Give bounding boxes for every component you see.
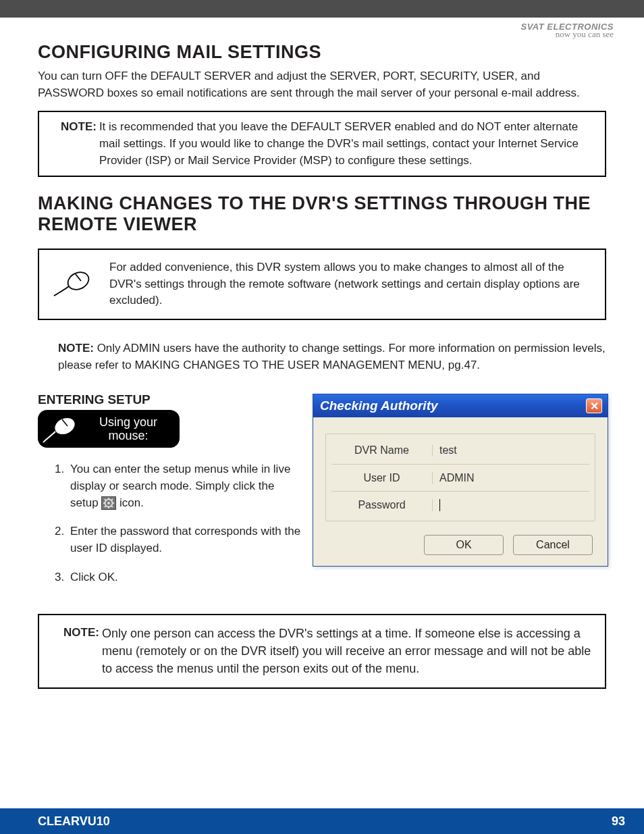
top-bar xyxy=(0,0,644,18)
svg-point-13 xyxy=(107,502,110,504)
value-dvr-name[interactable]: test xyxy=(433,444,589,457)
label-dvr-name: DVR Name xyxy=(331,444,433,457)
dialog-title-text: Checking Authority xyxy=(320,398,438,413)
note-label: NOTE: xyxy=(51,625,102,677)
steps-list: You can enter the setup menus while in l… xyxy=(38,461,304,585)
close-button[interactable]: ✕ xyxy=(586,398,602,413)
step-3: Click OK. xyxy=(68,569,304,586)
using-mouse-pill: Using your mouse: xyxy=(38,410,180,448)
using-mouse-text: Using your mouse: xyxy=(86,415,170,443)
gear-icon xyxy=(101,496,116,510)
note-box-single-access: NOTE: Only one person can access the DVR… xyxy=(38,614,606,688)
entering-setup-right: Checking Authority ✕ DVR Name test User … xyxy=(313,392,608,598)
label-password: Password xyxy=(331,499,433,511)
dialog-fields: DVR Name test User ID ADMIN Password xyxy=(325,434,595,521)
entering-setup-row: ENTERING SETUP Using your mouse: You can xyxy=(38,392,606,598)
footer-page-number: 93 xyxy=(612,814,625,829)
cancel-button[interactable]: Cancel xyxy=(513,535,593,555)
close-icon: ✕ xyxy=(590,400,599,413)
password-input[interactable] xyxy=(433,499,589,512)
row-password: Password xyxy=(331,491,589,518)
note-text: Only ADMIN users have the authority to c… xyxy=(58,342,606,371)
svg-point-2 xyxy=(51,415,78,438)
mouse-icon xyxy=(42,414,80,444)
mouse-icon xyxy=(51,269,93,300)
convenience-text: For added convenience, this DVR system a… xyxy=(109,259,593,309)
checking-authority-dialog: Checking Authority ✕ DVR Name test User … xyxy=(313,394,608,567)
row-dvr-name: DVR Name test xyxy=(331,437,589,464)
heading-remote-viewer: MAKING CHANGES TO THE DVR'S SETTINGS THR… xyxy=(38,193,606,235)
svg-line-12 xyxy=(111,499,113,500)
note-box-mail: NOTE: It is recommended that you leave t… xyxy=(38,111,606,177)
dialog-buttons: OK Cancel xyxy=(325,535,595,555)
page-content: CONFIGURING MAIL SETTINGS You can turn O… xyxy=(0,18,644,689)
value-user-id[interactable]: ADMIN xyxy=(433,472,589,484)
convenience-box: For added convenience, this DVR system a… xyxy=(38,249,606,320)
heading-entering-setup: ENTERING SETUP xyxy=(38,392,304,407)
svg-line-9 xyxy=(105,499,106,500)
svg-line-11 xyxy=(105,506,106,507)
step-2: Enter the password that corresponds with… xyxy=(68,523,304,556)
heading-mail-settings: CONFIGURING MAIL SETTINGS xyxy=(38,42,606,63)
mail-intro-text: You can turn OFF the DEFAULT SERVER and … xyxy=(38,68,606,101)
note-label: NOTE: xyxy=(58,342,94,355)
brand-block: SVAT ELECTRONICS now you can see xyxy=(520,22,614,40)
row-user-id: User ID ADMIN xyxy=(331,464,589,491)
dialog-body: DVR Name test User ID ADMIN Password xyxy=(313,417,608,566)
svg-line-10 xyxy=(111,506,113,507)
note-label: NOTE: xyxy=(49,119,99,169)
text-caret xyxy=(439,499,440,511)
svg-line-1 xyxy=(76,274,81,281)
note-text: It is recommended that you leave the DEF… xyxy=(99,119,595,169)
footer-product: CLEARVU10 xyxy=(38,814,110,829)
dialog-titlebar: Checking Authority ✕ xyxy=(313,394,608,417)
ok-button[interactable]: OK xyxy=(424,535,504,555)
admin-note: NOTE: Only ADMIN users have the authorit… xyxy=(38,340,606,373)
step-1: You can enter the setup menus while in l… xyxy=(68,461,304,511)
label-user-id: User ID xyxy=(331,472,433,484)
page-footer: CLEARVU10 93 xyxy=(0,808,644,834)
note-text: Only one person can access the DVR's set… xyxy=(102,625,593,677)
entering-setup-left: ENTERING SETUP Using your mouse: You can xyxy=(38,392,304,598)
svg-point-0 xyxy=(65,269,91,293)
